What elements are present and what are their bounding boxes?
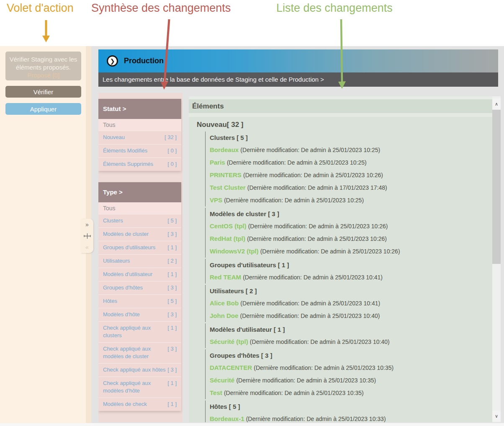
statut-filter-count: [ 32 ] (165, 134, 177, 141)
element-section: Hôtes [ 5 ]Bordeaux-1 (Dernière modifica… (205, 400, 492, 422)
statut-filter-block: Statut > Tous Nouveau[ 32 ]Éléments Modi… (98, 99, 181, 171)
element-detail: (Dernière modification: De admin à 25/01… (246, 416, 386, 422)
type-filter-label: Groupes d'hôtes (103, 284, 167, 292)
section-heading: Modèles de cluster [ 3 ] (210, 208, 492, 220)
splitter-icon[interactable] (84, 233, 91, 239)
type-filter-count: [ 2 ] (167, 257, 177, 265)
element-item: Bordeaux-1 (Dernière modification: De ad… (210, 413, 492, 422)
type-filter-row[interactable]: Check appliqué aux hôtes[ 3 ] (98, 363, 181, 377)
statut-header[interactable]: Statut > (98, 99, 181, 119)
type-filter-row[interactable]: Groupes d'utilisateurs[ 1 ] (98, 241, 181, 254)
pane-resize-handle[interactable]: » « (81, 219, 93, 253)
statut-filter-rows: Nouveau[ 32 ]Éléments Modifiés[ 0 ]Éléme… (98, 131, 181, 171)
element-name-link[interactable]: Red TEAM (210, 274, 241, 281)
element-name-link[interactable]: VPS (210, 196, 222, 204)
element-name-link[interactable]: CentOS (tpl) (210, 222, 247, 230)
verify-staging-button[interactable]: Vérifier Staging avec les éléments propo… (5, 52, 81, 80)
type-filter-count: [ 1 ] (167, 271, 177, 278)
scroll-down-button[interactable]: ∨ (492, 411, 501, 421)
type-filter-count: [ 3 ] (167, 345, 177, 360)
type-filter-label: Modèles de cluster (103, 230, 167, 238)
type-filter-label: Check appliqué aux modèles d'hôte (103, 380, 167, 395)
element-detail: (Dernière modification: De admin à 25/01… (254, 364, 393, 371)
type-filter-row[interactable]: Utilisateurs[ 2 ] (98, 254, 181, 268)
element-detail: (Dernière modification: De admin à 25/01… (247, 235, 387, 242)
element-section: Groupes d'hôtes [ 3 ]DATACENTER (Dernièr… (205, 349, 492, 399)
collapse-pane-icon[interactable]: « (85, 244, 89, 250)
changes-subtitle-bar[interactable]: Les changements entre la base de données… (98, 72, 498, 87)
element-detail: (Dernière modification: De admin à 17/01… (247, 184, 387, 191)
statut-filter-all[interactable]: Tous (98, 119, 181, 131)
element-name-link[interactable]: John Doe (210, 312, 238, 319)
type-filter-row[interactable]: Hôtes[ 5 ] (98, 294, 181, 308)
statut-filter-label: Éléments Modifiés (103, 147, 167, 155)
element-detail: (Dernière modification: De admin à 25/01… (240, 312, 380, 319)
type-filter-count: [ 1 ] (167, 400, 177, 408)
type-filter-label: Modèles d'hôte (103, 311, 167, 318)
type-filter-label: Hôtes (103, 297, 167, 305)
chevron-circle-icon[interactable]: ❯ (107, 55, 118, 67)
action-pane: Vérifier Staging avec les éléments propo… (0, 46, 86, 423)
scroll-up-button[interactable]: ∧ (492, 98, 501, 109)
type-filter-row[interactable]: Check appliqué aux modèles de cluster[ 3… (98, 342, 181, 363)
type-filter-row[interactable]: Modèles d'utilisateur[ 1 ] (98, 268, 181, 281)
type-header[interactable]: Type > (98, 182, 181, 202)
type-filter-row[interactable]: Modèles de check[ 1 ] (98, 398, 181, 411)
action-pane-arrow (42, 20, 50, 42)
element-name-link[interactable]: Test Cluster (210, 184, 246, 191)
element-name-link[interactable]: DATACENTER (210, 364, 252, 371)
section-heading: Utilisateurs [ 2 ] (210, 285, 492, 297)
type-filter-label: Check appliqué aux clusters (103, 324, 167, 339)
type-filter-row[interactable]: Modèles de cluster[ 3 ] (98, 227, 181, 241)
section-heading: Hôtes [ 5 ] (210, 400, 492, 413)
element-detail: (Dernière modification: De admin à 25/01… (236, 377, 376, 384)
type-filter-count: [ 5 ] (167, 217, 177, 225)
apply-button[interactable]: Appliquer (5, 103, 81, 115)
element-name-link[interactable]: WindowsV2 (tpl) (210, 248, 259, 255)
element-name-link[interactable]: Sécurité (210, 377, 234, 384)
section-heading: Clusters [ 5 ] (210, 132, 492, 144)
section-heading: Modèles d'utilisateur [ 1 ] (210, 323, 492, 336)
statut-filter-row[interactable]: Éléments Supprimés[ 0 ] (98, 157, 181, 171)
verify-button[interactable]: Vérifier (5, 86, 81, 98)
elements-panel-divider (189, 113, 492, 117)
type-filter-row[interactable]: Modèles d'hôte[ 3 ] (98, 308, 181, 321)
element-detail: (Dernière modification: De admin à 25/01… (224, 197, 364, 204)
element-item: PRINTERS (Dernière modification: De admi… (210, 169, 492, 181)
element-sections: Clusters [ 5 ]Bordeaux (Dernière modific… (205, 132, 492, 422)
element-name-link[interactable]: Bordeaux (210, 146, 239, 153)
annotation-synthesis: Synthèse des changements (91, 2, 231, 15)
type-filter-count: [ 1 ] (167, 324, 177, 339)
statut-filter-row[interactable]: Nouveau[ 32 ] (98, 131, 181, 144)
application-window: Vérifier Staging avec les éléments propo… (0, 46, 504, 423)
element-name-link[interactable]: Bordeaux-1 (210, 415, 244, 422)
element-section: Utilisateurs [ 2 ]Alice Bob (Dernière mo… (205, 285, 492, 322)
element-name-link[interactable]: Test (210, 389, 222, 396)
element-item: Test (Dernière modification: De admin à … (210, 387, 492, 399)
type-filter-row[interactable]: Check appliqué aux clusters[ 1 ] (98, 321, 181, 342)
type-filter-row[interactable]: Clusters[ 5 ] (98, 214, 181, 227)
element-item: Sécurité (Dernière modification: De admi… (210, 374, 492, 387)
type-filter-row[interactable]: Check appliqué aux modèles d'hôte[ 1 ] (98, 377, 181, 398)
element-name-link[interactable]: PRINTERS (210, 171, 242, 178)
statut-filter-count: [ 0 ] (167, 160, 177, 168)
elements-scrollbar[interactable]: ∧ ∨ (492, 96, 501, 422)
element-detail: (Dernière modification: De admin à 25/01… (250, 338, 390, 345)
element-name-link[interactable]: RedHat (tpl) (210, 235, 245, 242)
elements-panel: Éléments Nouveau[ 32 ] Clusters [ 5 ]Bor… (189, 96, 492, 422)
type-filter-all[interactable]: Tous (98, 202, 181, 214)
element-name-link[interactable]: Paris (210, 159, 225, 166)
element-detail: (Dernière modification: De admin à 25/01… (224, 390, 364, 396)
type-filter-row[interactable]: Groupes d'hôtes[ 3 ] (98, 281, 181, 294)
statut-filter-label: Nouveau (103, 134, 165, 141)
scrollbar-thumb[interactable] (492, 110, 501, 264)
expand-pane-icon[interactable]: » (85, 222, 89, 227)
element-item: Paris (Dernière modification: De admin à… (210, 156, 492, 169)
element-item: RedHat (tpl) (Dernière modification: De … (210, 232, 492, 245)
type-filter-count: [ 3 ] (167, 366, 177, 374)
type-filter-count: [ 3 ] (167, 230, 177, 238)
element-name-link[interactable]: Sécurité (tpl) (210, 338, 248, 345)
element-detail: (Dernière modification: De admin à 25/01… (240, 147, 380, 153)
element-name-link[interactable]: Alice Bob (210, 299, 239, 307)
statut-filter-row[interactable]: Éléments Modifiés[ 0 ] (98, 144, 181, 157)
